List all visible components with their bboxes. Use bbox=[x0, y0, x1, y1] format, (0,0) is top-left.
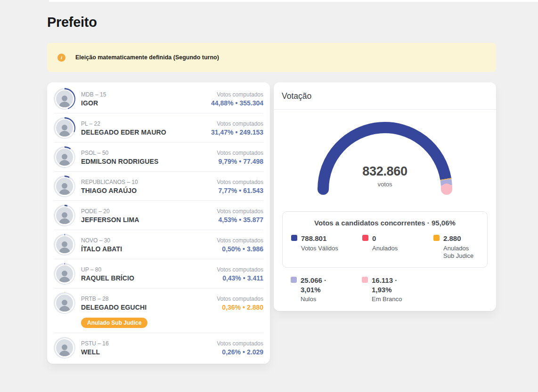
candidate-row-main: UP – 80 RAQUEL BRÍCIO Votos computados 0… bbox=[54, 263, 263, 285]
legend-label: Votos Válidos bbox=[301, 245, 338, 252]
votes-count: 35.877 bbox=[243, 216, 263, 224]
candidate-row-main: REPUBLICANOS – 10 THIAGO ARAÚJO Votos co… bbox=[54, 176, 263, 197]
candidate-row-6[interactable]: NOVO – 30 ÍTALO ABATI Votos computados 0… bbox=[54, 230, 263, 259]
candidate-row-8[interactable]: PRTB – 28 DELEGADO EGUCHI Votos computad… bbox=[54, 288, 263, 333]
legend-label: Anulados Sub Judice bbox=[443, 245, 479, 260]
candidate-party: PRTB – 28 bbox=[81, 296, 217, 302]
legend-color-chip bbox=[433, 235, 440, 241]
legend-value: 2.880 bbox=[443, 234, 479, 243]
candidate-name: EDMILSON RODRIGUES bbox=[81, 158, 217, 165]
legend-label: Anulados bbox=[372, 245, 398, 252]
candidate-row-main: PODE – 20 JEFFERSON LIMA Votos computado… bbox=[54, 205, 263, 226]
votes-computed-label: Votos computados bbox=[217, 150, 263, 156]
person-icon bbox=[57, 181, 72, 195]
votes-gauge: 832.860 votos bbox=[274, 116, 496, 199]
votes-computed-label: Votos computados bbox=[217, 340, 263, 347]
vote-share-ring bbox=[54, 176, 75, 197]
candidate-row-main: PSOL – 50 EDMILSON RODRIGUES Votos compu… bbox=[54, 146, 263, 168]
page-title: Prefeito bbox=[47, 15, 97, 30]
votes-percent: 0,26% bbox=[222, 348, 241, 356]
candidate-avatar bbox=[56, 295, 73, 312]
person-icon bbox=[57, 152, 72, 166]
person-icon bbox=[57, 342, 72, 356]
votes-count: 3.411 bbox=[247, 274, 263, 282]
votes-computed-label: Votos computados bbox=[217, 179, 263, 185]
top-edge-strip bbox=[49, 0, 538, 2]
bullet-separator: • bbox=[241, 348, 247, 356]
votes-result: 4,53%•35.877 bbox=[217, 216, 263, 224]
votes-count: 77.498 bbox=[243, 158, 263, 165]
candidate-avatar bbox=[56, 178, 73, 195]
votes-percent: 0,43% bbox=[222, 274, 241, 282]
votes-count: 3.986 bbox=[247, 245, 263, 253]
legend-row-primary: 788.801 Votos Válidos 0 Anulados 2.880 A… bbox=[291, 234, 479, 260]
votes-percent: 44,88% bbox=[211, 99, 233, 107]
total-votes-label: votos bbox=[274, 181, 496, 188]
bullet-separator: • bbox=[241, 274, 247, 282]
legend-value: 16.113 · 1,93% bbox=[372, 276, 419, 294]
candidate-name: DELEGADO EDER MAURO bbox=[81, 128, 211, 136]
legend-value: 0 bbox=[372, 234, 398, 243]
legend-box: Votos a candidatos concorrentes · 95,06%… bbox=[282, 211, 488, 268]
candidate-row-5[interactable]: PODE – 20 JEFFERSON LIMA Votos computado… bbox=[54, 201, 263, 230]
legend-label: Em Branco bbox=[372, 296, 419, 303]
candidate-row-2[interactable]: PL – 22 DELEGADO EDER MAURO Votos comput… bbox=[54, 113, 263, 143]
candidate-row-7[interactable]: UP – 80 RAQUEL BRÍCIO Votos computados 0… bbox=[54, 259, 263, 288]
votes-percent: 31,47% bbox=[211, 128, 233, 136]
candidate-row-1[interactable]: MDB – 15 IGOR Votos computados 44,88%•35… bbox=[54, 84, 263, 113]
votes-computed-label: Votos computados bbox=[217, 266, 263, 273]
votes-computed-label: Votos computados bbox=[217, 296, 263, 302]
candidate-row-main: MDB – 15 IGOR Votos computados 44,88%•35… bbox=[54, 88, 263, 110]
candidate-row-main: PSTU – 16 WELL Votos computados 0,26%•2.… bbox=[54, 337, 263, 359]
person-icon bbox=[57, 297, 72, 312]
candidate-avatar bbox=[56, 265, 73, 282]
bullet-separator: • bbox=[237, 187, 243, 194]
candidates-card: MDB – 15 IGOR Votos computados 44,88%•35… bbox=[47, 82, 270, 364]
bullet-separator: • bbox=[237, 216, 243, 224]
bullet-separator: • bbox=[241, 245, 247, 253]
legend-color-chip bbox=[362, 235, 368, 241]
votes-percent: 0,50% bbox=[222, 245, 241, 253]
candidate-row-9[interactable]: PSTU – 16 WELL Votos computados 0,26%•2.… bbox=[54, 333, 263, 362]
bullet-separator: • bbox=[241, 304, 247, 311]
candidate-name: JEFFERSON LIMA bbox=[81, 216, 217, 224]
votes-computed-label: Votos computados bbox=[211, 120, 263, 127]
candidate-avatar bbox=[56, 120, 73, 136]
votes-count: 2.029 bbox=[247, 348, 263, 356]
candidate-name: ÍTALO ABATI bbox=[81, 245, 217, 253]
votes-result: 0,26%•2.029 bbox=[217, 348, 263, 356]
candidate-party: UP – 80 bbox=[81, 266, 217, 273]
person-icon bbox=[57, 210, 72, 224]
person-icon bbox=[57, 268, 72, 282]
candidate-row-main: PRTB – 28 DELEGADO EGUCHI Votos computad… bbox=[54, 292, 263, 314]
votes-computed-label: Votos computados bbox=[211, 91, 263, 98]
votacao-title: Votação bbox=[274, 82, 496, 110]
legend-title: Votos a candidatos concorrentes · 95,06% bbox=[291, 219, 479, 227]
vote-share-ring bbox=[54, 205, 75, 226]
gauge-center-text: 832.860 votos bbox=[274, 164, 496, 188]
candidate-name: THIAGO ARAÚJO bbox=[81, 187, 217, 194]
candidate-list: MDB – 15 IGOR Votos computados 44,88%•35… bbox=[54, 84, 263, 362]
vote-share-ring bbox=[54, 88, 75, 110]
candidate-row-3[interactable]: PSOL – 50 EDMILSON RODRIGUES Votos compu… bbox=[54, 143, 263, 172]
candidate-avatar bbox=[56, 236, 73, 253]
votes-percent: 0,36% bbox=[222, 304, 241, 311]
candidate-name: WELL bbox=[81, 348, 217, 356]
legend-color-chip bbox=[291, 235, 297, 241]
candidate-party: REPUBLICANOS – 10 bbox=[81, 179, 217, 185]
votes-count: 355.304 bbox=[239, 99, 263, 107]
candidate-row-main: PL – 22 DELEGADO EDER MAURO Votos comput… bbox=[54, 117, 263, 139]
candidate-row-4[interactable]: REPUBLICANOS – 10 THIAGO ARAÚJO Votos co… bbox=[54, 172, 263, 201]
candidate-party: NOVO – 30 bbox=[81, 237, 217, 244]
info-banner: i Eleição matematicamente definida (Segu… bbox=[47, 43, 496, 72]
vote-share-ring bbox=[54, 117, 75, 139]
votes-percent: 7,77% bbox=[219, 187, 237, 194]
legend-color-chip bbox=[291, 277, 297, 283]
legend-item-em-branco: 16.113 · 1,93% Em Branco bbox=[362, 276, 479, 303]
votacao-card: Votação 832.860 votos Votos a candidatos… bbox=[274, 82, 496, 311]
legend-row-secondary: 25.066 · 3,01% Nulos 16.113 · 1,93% Em B… bbox=[282, 276, 488, 303]
votes-count: 2.880 bbox=[247, 304, 263, 311]
votes-computed-label: Votos computados bbox=[217, 237, 263, 244]
vote-share-ring bbox=[54, 263, 75, 285]
votes-result: 0,50%•3.986 bbox=[217, 245, 263, 253]
